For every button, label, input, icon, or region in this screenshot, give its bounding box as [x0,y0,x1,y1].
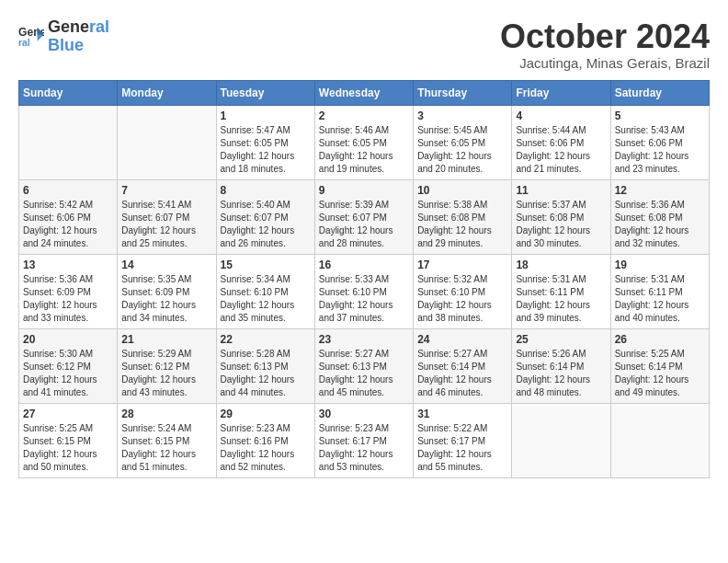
calendar-cell: 30Sunrise: 5:23 AMSunset: 6:17 PMDayligh… [314,403,413,477]
day-info: Sunrise: 5:46 AMSunset: 6:05 PMDaylight:… [319,124,409,176]
day-info: Sunrise: 5:36 AMSunset: 6:09 PMDaylight:… [23,273,113,325]
calendar-cell: 11Sunrise: 5:37 AMSunset: 6:08 PMDayligh… [512,179,610,254]
column-header-monday: Monday [118,80,216,105]
day-number: 13 [23,259,113,271]
day-number: 25 [516,333,606,346]
day-info: Sunrise: 5:33 AMSunset: 6:10 PMDaylight:… [319,273,409,325]
week-row-5: 27Sunrise: 5:25 AMSunset: 6:15 PMDayligh… [19,403,710,477]
day-info: Sunrise: 5:30 AMSunset: 6:12 PMDaylight:… [23,348,113,399]
calendar-cell: 25Sunrise: 5:26 AMSunset: 6:14 PMDayligh… [512,328,610,403]
day-number: 31 [417,408,507,420]
day-info: Sunrise: 5:35 AMSunset: 6:09 PMDaylight:… [121,273,211,325]
day-info: Sunrise: 5:24 AMSunset: 6:15 PMDaylight:… [121,422,211,474]
day-number: 12 [615,184,705,197]
day-number: 21 [121,333,211,346]
calendar-cell: 15Sunrise: 5:34 AMSunset: 6:10 PMDayligh… [216,254,314,328]
day-number: 11 [516,184,606,197]
day-info: Sunrise: 5:29 AMSunset: 6:12 PMDaylight:… [121,348,211,399]
day-info: Sunrise: 5:32 AMSunset: 6:10 PMDaylight:… [417,273,507,325]
column-header-tuesday: Tuesday [216,80,314,105]
day-info: Sunrise: 5:27 AMSunset: 6:14 PMDaylight:… [417,348,507,399]
column-header-friday: Friday [512,80,610,105]
day-number: 16 [319,259,409,271]
day-number: 18 [516,259,606,271]
day-number: 7 [121,184,211,197]
calendar-cell: 23Sunrise: 5:27 AMSunset: 6:13 PMDayligh… [314,328,413,403]
day-info: Sunrise: 5:28 AMSunset: 6:13 PMDaylight:… [221,348,311,399]
logo-icon: Gene ral [18,24,44,50]
calendar-cell: 12Sunrise: 5:36 AMSunset: 6:08 PMDayligh… [610,179,709,254]
day-number: 9 [319,184,409,197]
calendar-body: 1Sunrise: 5:47 AMSunset: 6:05 PMDaylight… [19,105,710,477]
day-info: Sunrise: 5:47 AMSunset: 6:05 PMDaylight:… [221,124,311,176]
day-info: Sunrise: 5:38 AMSunset: 6:08 PMDaylight:… [417,199,507,250]
column-header-saturday: Saturday [610,80,709,105]
week-row-2: 6Sunrise: 5:42 AMSunset: 6:06 PMDaylight… [19,179,710,254]
day-info: Sunrise: 5:45 AMSunset: 6:05 PMDaylight:… [417,124,507,176]
calendar-cell: 16Sunrise: 5:33 AMSunset: 6:10 PMDayligh… [314,254,413,328]
calendar-cell: 5Sunrise: 5:43 AMSunset: 6:06 PMDaylight… [610,105,709,179]
calendar-cell: 22Sunrise: 5:28 AMSunset: 6:13 PMDayligh… [216,328,314,403]
day-info: Sunrise: 5:23 AMSunset: 6:16 PMDaylight:… [221,422,311,474]
location-title: Jacutinga, Minas Gerais, Brazil [500,55,710,71]
day-number: 26 [615,333,705,346]
week-row-1: 1Sunrise: 5:47 AMSunset: 6:05 PMDaylight… [19,105,710,179]
column-header-sunday: Sunday [19,80,118,105]
day-info: Sunrise: 5:23 AMSunset: 6:17 PMDaylight:… [319,422,409,474]
day-number: 15 [221,259,311,271]
calendar-cell: 21Sunrise: 5:29 AMSunset: 6:12 PMDayligh… [118,328,216,403]
day-number: 3 [417,109,507,122]
calendar-cell: 28Sunrise: 5:24 AMSunset: 6:15 PMDayligh… [118,403,216,477]
day-info: Sunrise: 5:43 AMSunset: 6:06 PMDaylight:… [615,124,705,176]
calendar-cell: 17Sunrise: 5:32 AMSunset: 6:10 PMDayligh… [414,254,512,328]
calendar-cell: 19Sunrise: 5:31 AMSunset: 6:11 PMDayligh… [610,254,709,328]
svg-text:ral: ral [18,38,30,48]
calendar-cell: 24Sunrise: 5:27 AMSunset: 6:14 PMDayligh… [414,328,512,403]
day-number: 24 [417,333,507,346]
day-number: 17 [417,259,507,271]
calendar-header: SundayMondayTuesdayWednesdayThursdayFrid… [19,80,710,105]
day-number: 28 [121,408,211,420]
calendar-cell: 4Sunrise: 5:44 AMSunset: 6:06 PMDaylight… [512,105,610,179]
calendar-cell: 20Sunrise: 5:30 AMSunset: 6:12 PMDayligh… [19,328,118,403]
calendar-cell: 8Sunrise: 5:40 AMSunset: 6:07 PMDaylight… [216,179,314,254]
day-info: Sunrise: 5:31 AMSunset: 6:11 PMDaylight:… [516,273,606,325]
day-info: Sunrise: 5:36 AMSunset: 6:08 PMDaylight:… [615,199,705,250]
week-row-4: 20Sunrise: 5:30 AMSunset: 6:12 PMDayligh… [19,328,710,403]
calendar-cell: 7Sunrise: 5:41 AMSunset: 6:07 PMDaylight… [118,179,216,254]
day-info: Sunrise: 5:26 AMSunset: 6:14 PMDaylight:… [516,348,606,399]
week-row-3: 13Sunrise: 5:36 AMSunset: 6:09 PMDayligh… [19,254,710,328]
day-number: 14 [121,259,211,271]
day-number: 6 [23,184,113,197]
title-block: October 2024 Jacutinga, Minas Gerais, Br… [500,18,710,71]
day-info: Sunrise: 5:44 AMSunset: 6:06 PMDaylight:… [516,124,606,176]
day-info: Sunrise: 5:40 AMSunset: 6:07 PMDaylight:… [221,199,311,250]
column-header-thursday: Thursday [414,80,512,105]
day-number: 19 [615,259,705,271]
day-info: Sunrise: 5:25 AMSunset: 6:15 PMDaylight:… [23,422,113,474]
page-header: Gene ral GeneralBlue October 2024 Jacuti… [18,18,710,71]
day-number: 1 [221,109,311,122]
calendar-cell: 10Sunrise: 5:38 AMSunset: 6:08 PMDayligh… [414,179,512,254]
logo: Gene ral GeneralBlue [18,18,109,55]
day-number: 29 [221,408,311,420]
day-info: Sunrise: 5:34 AMSunset: 6:10 PMDaylight:… [221,273,311,325]
day-number: 27 [23,408,113,420]
day-number: 2 [319,109,409,122]
day-info: Sunrise: 5:37 AMSunset: 6:08 PMDaylight:… [516,199,606,250]
column-header-wednesday: Wednesday [314,80,413,105]
day-number: 4 [516,109,606,122]
day-info: Sunrise: 5:42 AMSunset: 6:06 PMDaylight:… [23,199,113,250]
calendar-cell: 6Sunrise: 5:42 AMSunset: 6:06 PMDaylight… [19,179,118,254]
calendar-cell: 13Sunrise: 5:36 AMSunset: 6:09 PMDayligh… [19,254,118,328]
month-title: October 2024 [500,18,710,55]
day-number: 30 [319,408,409,420]
header-row: SundayMondayTuesdayWednesdayThursdayFrid… [19,80,710,105]
day-number: 22 [221,333,311,346]
calendar-cell: 27Sunrise: 5:25 AMSunset: 6:15 PMDayligh… [19,403,118,477]
day-info: Sunrise: 5:25 AMSunset: 6:14 PMDaylight:… [615,348,705,399]
calendar-cell: 29Sunrise: 5:23 AMSunset: 6:16 PMDayligh… [216,403,314,477]
calendar-cell [512,403,610,477]
calendar-cell [19,105,118,179]
calendar-cell: 18Sunrise: 5:31 AMSunset: 6:11 PMDayligh… [512,254,610,328]
